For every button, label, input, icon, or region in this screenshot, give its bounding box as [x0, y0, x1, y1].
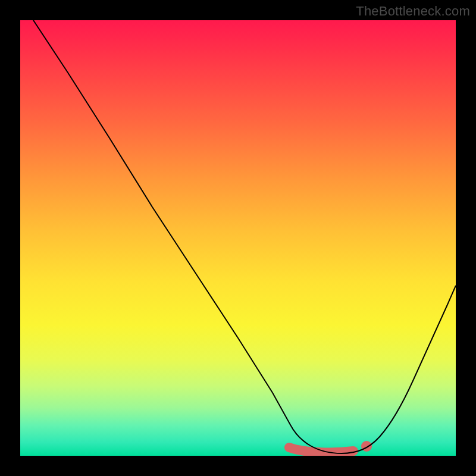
optimal-point-dot	[361, 441, 372, 452]
watermark-text: TheBottleneck.com	[356, 4, 470, 19]
plot-area	[20, 20, 456, 456]
chart-frame: TheBottleneck.com	[0, 0, 476, 476]
bottleneck-curve	[33, 20, 456, 453]
curve-layer	[20, 20, 456, 456]
